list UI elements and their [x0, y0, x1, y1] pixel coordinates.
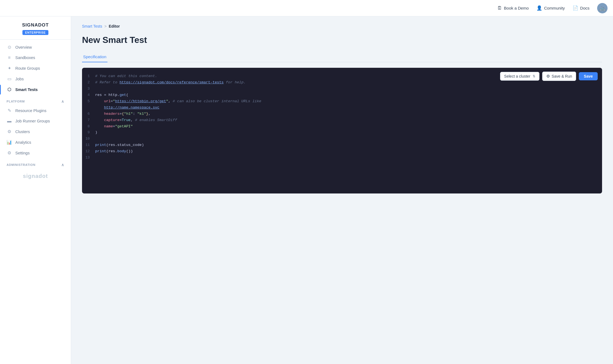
breadcrumb-separator: >: [104, 24, 107, 28]
save-button[interactable]: Save: [579, 72, 598, 80]
code-area[interactable]: 1 # You can edit this content. 2 # Refer…: [82, 68, 602, 166]
clusters-icon: ⚙: [7, 129, 12, 134]
sidebar-item-label: Jobs: [15, 77, 24, 81]
sidebar-item-label: Clusters: [15, 130, 30, 134]
brand-name: SIGNADOT: [22, 22, 49, 28]
sidebar-item-clusters[interactable]: ⚙ Clusters: [0, 126, 71, 137]
overview-icon: ⊙: [7, 45, 12, 50]
user-avatar[interactable]: 🚲: [597, 3, 608, 13]
sidebar-scroll: ⊙ Overview ≡ Sandboxes ✦ Route Groups ▭ …: [0, 42, 71, 364]
docs-icon: 📄: [573, 5, 578, 11]
sidebar-item-resource-plugins[interactable]: ✎ Resource Plugins: [0, 105, 71, 116]
job-runner-groups-icon: ▬: [7, 119, 12, 124]
sidebar: SIGNADOT ENTERPRISE ⊙ Overview ≡ Sandbox…: [0, 16, 71, 364]
sidebar-item-label: Smart Tests: [15, 87, 38, 92]
select-arrows-icon: ⇅: [533, 74, 535, 78]
sidebar-item-label: Settings: [15, 151, 30, 155]
top-nav: 🗓 Book a Demo 👤 Community 📄 Docs 🚲: [0, 0, 613, 16]
breadcrumb: Smart Tests > Editor: [82, 24, 602, 28]
code-line-9: 9 ): [82, 130, 602, 136]
sidebar-divider: [0, 39, 71, 40]
admin-section-label: ADMINISTRATION: [7, 163, 36, 166]
book-demo-link[interactable]: 🗓 Book a Demo: [497, 5, 529, 11]
save-run-button[interactable]: ⚙ Save & Run: [542, 72, 576, 81]
admin-chevron[interactable]: ∧: [61, 163, 64, 167]
cluster-select[interactable]: Select a cluster ⇅: [500, 72, 539, 81]
sidebar-brand: SIGNADOT ENTERPRISE: [0, 16, 71, 39]
sidebar-item-sandboxes[interactable]: ≡ Sandboxes: [0, 52, 71, 63]
code-line-13: 13: [82, 155, 602, 161]
save-label: Save: [584, 74, 593, 78]
code-line-5: 5 url="https://httpbin.org/get", # can a…: [82, 98, 602, 105]
sidebar-item-label: Overview: [15, 45, 32, 49]
code-line-4: 4 res = http.get(: [82, 92, 602, 98]
sidebar-item-job-runner-groups[interactable]: ▬ Job Runner Groups: [0, 116, 71, 126]
save-run-gear-icon: ⚙: [546, 74, 550, 79]
settings-icon: ⚙: [7, 150, 12, 155]
code-line-10: 10: [82, 136, 602, 142]
tab-specification[interactable]: Specification: [82, 52, 107, 62]
code-line-3: 3: [82, 86, 602, 92]
save-run-label: Save & Run: [552, 74, 572, 78]
docs-label: Docs: [580, 6, 589, 10]
community-link[interactable]: 👤 Community: [536, 5, 565, 11]
breadcrumb-current: Editor: [109, 24, 120, 28]
sidebar-item-label: Sandboxes: [15, 55, 35, 60]
editor-toolbar: Select a cluster ⇅ ⚙ Save & Run Save: [500, 72, 598, 81]
sidebar-item-route-groups[interactable]: ✦ Route Groups: [0, 63, 71, 74]
active-indicator: [0, 85, 1, 95]
sidebar-item-label: Job Runner Groups: [15, 119, 50, 123]
code-line-8: 8 name="getAPI": [82, 124, 602, 130]
page-title: New Smart Test: [82, 35, 602, 45]
sidebar-item-label: Resource Plugins: [15, 108, 46, 113]
enterprise-badge: ENTERPRISE: [22, 30, 48, 35]
cluster-select-label: Select a cluster: [504, 74, 530, 78]
breadcrumb-parent[interactable]: Smart Tests: [82, 24, 102, 28]
sandboxes-icon: ≡: [7, 55, 12, 60]
docs-link[interactable]: 📄 Docs: [573, 5, 589, 11]
route-groups-icon: ✦: [7, 66, 12, 71]
admin-section-header: ADMINISTRATION ∧: [0, 158, 71, 169]
community-icon: 👤: [536, 5, 542, 11]
platform-section-label: PLATFORM: [7, 100, 25, 103]
sidebar-item-label: Route Groups: [15, 66, 40, 71]
community-label: Community: [544, 6, 565, 10]
smart-tests-icon: ⬡: [7, 87, 12, 92]
sidebar-footer-logo: signadot: [0, 169, 71, 185]
sidebar-item-analytics[interactable]: 📊 Analytics: [0, 137, 71, 148]
sidebar-item-jobs[interactable]: ▭ Jobs: [0, 74, 71, 84]
code-line-11: 11 print(res.status_code): [82, 142, 602, 148]
sidebar-item-label: Analytics: [15, 140, 31, 145]
book-demo-icon: 🗓: [497, 5, 502, 11]
code-line-5-cont: http://name.namespace.svc: [82, 105, 602, 111]
code-line-12: 12 print(res.body()): [82, 148, 602, 155]
platform-section-header: PLATFORM ∧: [0, 95, 71, 105]
tab-bar: Specification: [82, 52, 602, 62]
platform-chevron[interactable]: ∧: [61, 99, 64, 104]
main-content: Smart Tests > Editor New Smart Test Spec…: [71, 16, 613, 364]
sidebar-item-overview[interactable]: ⊙ Overview: [0, 42, 71, 52]
resource-plugins-icon: ✎: [7, 108, 12, 113]
sidebar-item-smart-tests[interactable]: ⬡ Smart Tests: [0, 84, 71, 95]
book-demo-label: Book a Demo: [504, 6, 529, 10]
code-line-6: 6 headers={"h1": "k1"},: [82, 111, 602, 117]
code-editor: Select a cluster ⇅ ⚙ Save & Run Save 1 #…: [82, 68, 602, 193]
jobs-icon: ▭: [7, 76, 12, 81]
sidebar-item-settings[interactable]: ⚙ Settings: [0, 148, 71, 158]
code-line-7: 7 capture=True, # enables SmartDiff: [82, 117, 602, 124]
analytics-icon: 📊: [7, 140, 12, 145]
